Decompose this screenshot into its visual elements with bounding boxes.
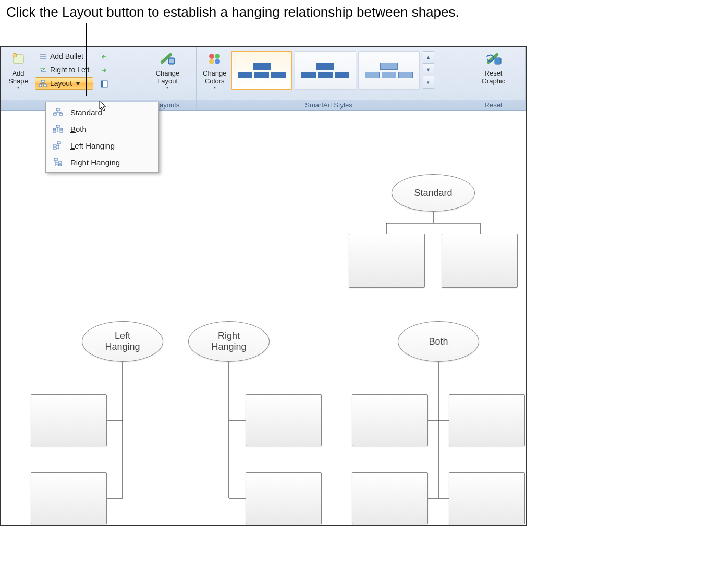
svg-point-21 [215, 59, 220, 64]
svg-rect-13 [101, 81, 103, 87]
gallery-more-button[interactable]: ▾ [423, 76, 434, 89]
svg-rect-42 [54, 158, 57, 161]
node-left-child-2[interactable] [31, 472, 107, 524]
dropdown-arrow-icon: ▾ [166, 85, 168, 90]
right-to-left-label: Right to Left [50, 66, 90, 74]
group-reset: Reset Graphic Reset [461, 47, 526, 110]
layout-button-label: Layout [50, 79, 72, 88]
layout-button[interactable]: Layout ▾ [35, 77, 93, 90]
svg-rect-34 [60, 131, 63, 132]
diagram-right-hanging: Right Hanging [187, 318, 328, 521]
menu-item-right-hanging[interactable]: Right Hanging [47, 154, 157, 170]
node-both-root[interactable]: Both [398, 321, 479, 362]
add-shape-icon [9, 50, 27, 68]
svg-rect-38 [53, 148, 56, 149]
reset-graphic-label: Reset Graphic [482, 69, 506, 85]
layout-dropdown-menu: Standard Both Left Hanging Right Hanging [45, 102, 159, 173]
svg-rect-30 [56, 125, 59, 127]
svg-rect-44 [58, 164, 62, 166]
node-both-child-l1[interactable] [352, 394, 428, 446]
ribbon: Add Shape ▾ Add Bullet Right to L [1, 47, 526, 111]
svg-rect-37 [53, 145, 56, 146]
dropdown-arrow-icon: ▾ [214, 85, 216, 90]
diagram-both: Both [350, 318, 527, 521]
node-right-child-1[interactable] [246, 394, 322, 446]
org-chart-icon [39, 79, 47, 88]
style-gallery: ▲ ▼ ▾ [230, 49, 434, 90]
menu-item-standard[interactable]: Standard [47, 104, 157, 120]
diagram-standard: Standard [345, 171, 522, 307]
add-bullet-label: Add Bullet [50, 52, 83, 60]
group-label-reset: Reset [461, 100, 525, 110]
svg-rect-36 [57, 142, 60, 144]
svg-point-18 [209, 54, 214, 59]
gallery-scroll-down[interactable]: ▼ [423, 64, 434, 76]
svg-rect-43 [58, 162, 62, 163]
svg-rect-31 [53, 128, 56, 130]
group-layouts: Change Layout ▾ Layouts [139, 47, 197, 110]
change-layout-icon [158, 50, 176, 68]
menu-item-label: Left Hanging [70, 141, 115, 150]
node-left-root[interactable]: Left Hanging [82, 321, 163, 362]
dropdown-arrow-icon: ▾ [17, 85, 19, 90]
left-hanging-icon [52, 140, 64, 151]
group-smartart-styles: Change Colors ▾ ▲ ▼ [197, 47, 461, 110]
menu-item-left-hanging[interactable]: Left Hanging [47, 137, 157, 154]
node-left-child-1[interactable] [31, 394, 107, 446]
svg-rect-6 [39, 84, 42, 87]
node-right-root[interactable]: Right Hanging [188, 321, 270, 362]
standard-layout-icon [52, 107, 64, 117]
svg-point-1 [13, 53, 17, 57]
node-both-child-l2[interactable] [352, 472, 428, 524]
node-standard-child-2[interactable] [442, 234, 518, 288]
style-option-3[interactable] [358, 51, 420, 90]
node-right-child-2[interactable] [246, 472, 322, 524]
svg-rect-5 [41, 80, 44, 82]
add-shape-label: Add Shape [8, 69, 28, 85]
text-pane-button[interactable] [99, 78, 110, 90]
text-pane-icon [101, 80, 108, 88]
demote-button[interactable] [99, 65, 110, 76]
svg-rect-24 [53, 113, 56, 115]
add-shape-button[interactable]: Add Shape ▾ [4, 49, 33, 91]
change-colors-label: Change Colors [203, 69, 227, 85]
menu-item-label: Right Hanging [70, 158, 120, 167]
change-colors-icon [206, 50, 224, 68]
node-standard-child-1[interactable] [349, 234, 425, 288]
node-both-child-r2[interactable] [449, 472, 525, 524]
group-create-graphic: Add Shape ▾ Add Bullet Right to L [1, 47, 139, 110]
svg-rect-33 [53, 131, 56, 132]
arrow-right-icon [101, 67, 108, 74]
svg-point-19 [215, 54, 220, 59]
style-option-1[interactable] [231, 51, 292, 90]
reset-graphic-button[interactable]: Reset Graphic [479, 49, 509, 86]
diagram-left-hanging: Left Hanging [23, 318, 159, 521]
group-label-styles: SmartArt Styles [197, 100, 461, 110]
both-layout-icon [52, 124, 64, 134]
right-to-left-button[interactable]: Right to Left [35, 64, 93, 76]
change-colors-button[interactable]: Change Colors ▾ [200, 49, 230, 91]
right-hanging-icon [52, 157, 64, 167]
svg-rect-25 [59, 113, 63, 115]
svg-rect-32 [60, 128, 63, 130]
change-layout-button[interactable]: Change Layout ▾ [153, 49, 183, 91]
style-option-2[interactable] [295, 51, 356, 90]
app-window: Add Shape ▾ Add Bullet Right to L [0, 46, 527, 526]
svg-rect-7 [44, 84, 46, 87]
rtl-icon [39, 66, 47, 74]
change-layout-label: Change Layout [156, 69, 180, 85]
svg-rect-23 [56, 108, 59, 111]
figure-caption: Click the Layout button to establish a h… [0, 0, 709, 22]
arrow-left-icon [101, 54, 108, 60]
menu-item-label: Both [70, 125, 87, 133]
gallery-scroll-up[interactable]: ▲ [423, 51, 434, 64]
node-standard-root[interactable]: Standard [392, 174, 475, 212]
menu-item-both[interactable]: Both [47, 120, 157, 137]
add-bullet-button[interactable]: Add Bullet [35, 50, 93, 63]
svg-point-20 [209, 59, 214, 64]
document-canvas: Standard Left Hanging Right Hanging [1, 111, 526, 525]
bullet-list-icon [39, 52, 47, 60]
node-both-child-r1[interactable] [449, 394, 525, 446]
callout-line [86, 23, 87, 96]
promote-button[interactable] [99, 51, 110, 63]
